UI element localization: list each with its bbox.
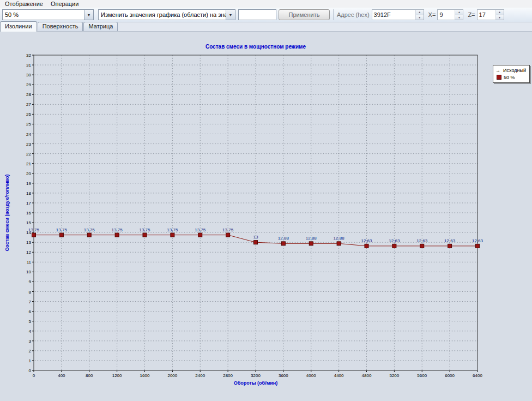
z-spinner[interactable]: ▲▼: [495, 10, 504, 20]
data-point-label: 13,75: [195, 228, 206, 232]
data-point[interactable]: [337, 242, 341, 246]
spin-down-icon[interactable]: ▼: [416, 15, 424, 20]
x-field[interactable]: 9 ▲▼: [437, 9, 463, 20]
y-tick-label: 23: [26, 142, 31, 147]
x-tick-label: 1600: [140, 373, 150, 378]
y-tick-label: 13: [26, 240, 31, 245]
data-point[interactable]: [59, 233, 63, 237]
toolbar-separator: [333, 9, 334, 20]
data-point-label: 12,63: [472, 238, 483, 243]
y-tick-label: 22: [26, 152, 31, 157]
address-label: Адрес (hex): [337, 11, 370, 18]
square-marker-icon: [497, 75, 501, 80]
y-tick-label: 16: [26, 211, 31, 216]
z-label: Z=: [468, 11, 475, 18]
data-point[interactable]: [420, 244, 424, 248]
y-tick-label: 15: [26, 220, 31, 225]
data-point[interactable]: [281, 242, 285, 246]
data-point-label: 13,75: [28, 228, 40, 232]
y-tick-label: 3: [29, 339, 32, 344]
legend-label: Исходный: [503, 68, 526, 73]
data-point-label: 13,75: [84, 228, 95, 232]
y-tick-label: 30: [26, 73, 31, 77]
y-tick-label: 11: [27, 260, 32, 265]
data-point[interactable]: [198, 233, 202, 237]
data-point[interactable]: [87, 233, 91, 237]
data-point[interactable]: [171, 233, 174, 237]
z-value: 17: [477, 10, 495, 20]
data-point[interactable]: [143, 233, 147, 237]
address-spinner[interactable]: ▲▼: [415, 10, 424, 20]
y-tick-label: 2: [29, 349, 32, 354]
spin-down-icon[interactable]: ▼: [496, 15, 504, 20]
z-field[interactable]: 17 ▲▼: [477, 9, 504, 20]
y-tick-label: 7: [29, 300, 32, 304]
y-tick-label: 21: [26, 161, 31, 166]
data-point[interactable]: [365, 244, 368, 248]
legend-label: 50 %: [504, 75, 515, 80]
operation-select-value: Изменить значения графика (области) на з…: [99, 11, 226, 18]
data-point[interactable]: [392, 244, 396, 248]
x-spinner[interactable]: ▲▼: [455, 10, 463, 20]
data-point-label: 12,88: [334, 236, 345, 241]
y-tick-label: 4: [29, 329, 32, 334]
spin-up-icon[interactable]: ▲: [455, 10, 463, 15]
x-tick-label: 3200: [251, 373, 261, 378]
chart-legend: → Исходный 50 %: [493, 65, 530, 83]
menubar: Отображение Операции: [0, 0, 532, 8]
y-tick-label: 29: [26, 82, 31, 87]
tab-matrix[interactable]: Матрица: [83, 22, 118, 31]
y-tick-label: 19: [26, 181, 31, 186]
chart-region: 0400800120016002000240028003200360040004…: [0, 32, 532, 401]
chart-title: Состав смеси в мощностном режиме: [205, 44, 306, 50]
percent-select[interactable]: 50 % ▼: [2, 9, 94, 20]
y-tick-label: 1: [29, 358, 32, 363]
tab-surface[interactable]: Поверхность: [38, 22, 83, 31]
chevron-down-icon[interactable]: ▼: [226, 10, 235, 20]
y-tick-label: 6: [29, 309, 32, 314]
data-point[interactable]: [448, 244, 452, 248]
line-marker-icon: →: [495, 68, 503, 73]
spin-up-icon[interactable]: ▲: [496, 10, 504, 15]
x-tick-label: 400: [58, 373, 65, 378]
y-tick-label: 0: [29, 368, 32, 373]
value-input[interactable]: [238, 9, 276, 20]
y-tick-label: 25: [26, 122, 31, 127]
chevron-down-icon[interactable]: ▼: [84, 10, 93, 20]
spin-up-icon[interactable]: ▲: [416, 10, 424, 15]
spin-down-icon[interactable]: ▼: [455, 15, 463, 20]
tab-isolines[interactable]: Изолинии: [0, 21, 37, 32]
menu-operations[interactable]: Операции: [47, 1, 82, 7]
data-point[interactable]: [32, 233, 36, 237]
y-tick-label: 20: [26, 171, 31, 176]
x-axis-label: Обороты (об/мин): [234, 380, 278, 386]
x-tick-label: 5600: [417, 373, 427, 378]
y-tick-label: 28: [26, 92, 31, 97]
y-tick-label: 27: [26, 102, 31, 107]
y-tick-label: 9: [29, 279, 32, 284]
y-tick-label: 24: [26, 132, 31, 137]
data-point[interactable]: [309, 242, 313, 246]
operation-select[interactable]: Изменить значения графика (области) на з…: [98, 9, 235, 20]
y-tick-label: 18: [26, 191, 31, 196]
data-point[interactable]: [476, 244, 480, 248]
y-tick-label: 12: [26, 250, 31, 255]
x-tick-label: 4800: [362, 373, 372, 378]
address-field[interactable]: 3912F ▲▼: [372, 9, 424, 20]
data-point[interactable]: [226, 233, 230, 237]
data-point-label: 13: [253, 235, 258, 240]
x-tick-label: 6000: [445, 373, 455, 378]
chart-canvas[interactable]: 0400800120016002000240028003200360040004…: [0, 32, 532, 401]
x-tick-label: 5200: [389, 373, 399, 378]
y-tick-label: 5: [29, 319, 32, 324]
data-point[interactable]: [115, 233, 119, 237]
data-point-label: 12,88: [306, 236, 317, 241]
data-point-label: 13,75: [139, 228, 150, 232]
y-tick-label: 26: [26, 112, 31, 117]
data-point[interactable]: [254, 241, 258, 244]
x-tick-label: 2000: [167, 373, 177, 378]
y-tick-label: 31: [26, 63, 31, 68]
y-tick-label: 10: [26, 270, 31, 274]
menu-view[interactable]: Отображение: [1, 1, 47, 7]
apply-button[interactable]: Применить: [279, 9, 330, 20]
